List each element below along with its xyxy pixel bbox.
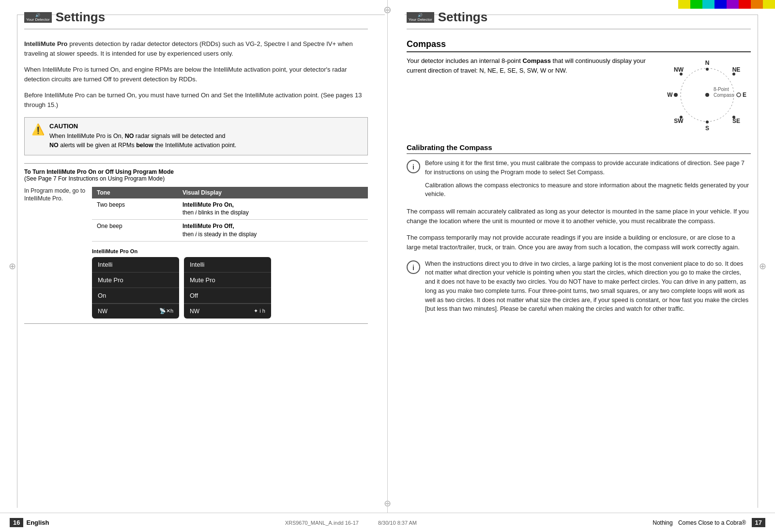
note-icon-2: i <box>407 260 420 314</box>
svg-text:Compass: Compass <box>714 92 734 98</box>
note-box-2: i When the instructions direct you to dr… <box>407 259 751 314</box>
note-content-1: Before using it for the first time, you … <box>425 159 751 199</box>
calibrating-section: Calibrating the Compass i Before using i… <box>407 143 751 314</box>
caution-text: When IntelliMute Pro is On, NO radar sig… <box>49 132 236 150</box>
table-row: One beep IntelliMute Pro Off, then i is … <box>92 220 368 242</box>
tone-one-beep: One beep <box>92 220 178 242</box>
display-row-mutepro-off: Mute Pro <box>184 273 271 288</box>
col-visual: Visual Display <box>178 187 368 198</box>
svg-point-14 <box>706 121 709 123</box>
svg-text:8-Point: 8-Point <box>714 87 729 92</box>
your-detector-label-left: Your Detector <box>26 17 50 22</box>
left-page: 🔊 Your Detector Settings IntelliMute Pro… <box>0 0 387 513</box>
your-detector-badge-left: 🔊 Your Detector <box>24 12 52 23</box>
language-label: English <box>26 519 49 526</box>
display-row-status-off: Off <box>184 288 271 304</box>
svg-point-1 <box>705 93 709 97</box>
intellimute-on-desc: When IntelliMute Pro is turned On, and e… <box>24 65 368 84</box>
footer-bar: 16 English XRS9670_MANL_A.indd 16-17 8/3… <box>0 513 775 532</box>
compass-svg-wrap: N NE E SE S SW W NW <box>664 56 751 134</box>
program-title-main: To Turn IntelliMute Pro On or Off Using … <box>24 168 174 175</box>
intellimute-intro: IntelliMute Pro prevents detection by ra… <box>24 39 368 58</box>
program-title: To Turn IntelliMute Pro On or Off Using … <box>24 168 368 182</box>
icons-on: 📡✕h <box>159 308 173 314</box>
footer-left: 16 English <box>10 518 49 527</box>
detector-icon-right: 🔊 <box>418 13 423 17</box>
svg-text:NW: NW <box>674 66 684 73</box>
compass-content: Your detector includes an internal 8-poi… <box>407 56 751 134</box>
compass-svg: N NE E SE S SW W NW <box>666 56 748 134</box>
svg-text:NE: NE <box>732 66 741 73</box>
program-title-sub: (See Page 7 For Instructions on Using Pr… <box>24 175 165 182</box>
svg-point-13 <box>732 116 735 119</box>
svg-point-16 <box>674 93 678 97</box>
compass-heading: Compass <box>407 39 751 52</box>
note-circle-icon: i <box>407 160 420 173</box>
display-section: IntelliMute Pro On Intelli Mute Pro On N… <box>92 248 368 319</box>
svg-text:i: i <box>412 163 414 171</box>
detector-icon-left: 🔊 <box>35 13 40 17</box>
date-info: 8/30/10 8:37 AM <box>378 520 417 526</box>
svg-text:SE: SE <box>732 118 740 124</box>
svg-point-10 <box>706 68 709 71</box>
display-row-intelli-off: Intelli <box>184 257 271 273</box>
compass-body-1: The compass will remain accurately calib… <box>407 207 751 226</box>
footer-file-info: XRS9670_MANL_A.indd 16-17 8/30/10 8:37 A… <box>285 520 417 526</box>
note-box-1: i Before using it for the first time, yo… <box>407 159 751 199</box>
icons-off: ✦ i h <box>254 308 265 314</box>
note1-para1: Before using it for the first time, you … <box>425 159 751 177</box>
svg-text:E: E <box>743 91 746 98</box>
compass-nw-on: NW <box>98 308 107 315</box>
table-row: Two beeps IntelliMute Pro On, then i bli… <box>92 198 368 220</box>
svg-point-12 <box>737 93 741 97</box>
table-header-row: Tone Visual Display <box>92 187 368 198</box>
note1-para2: Calibration allows the compass electroni… <box>425 181 751 199</box>
note2-para: When the instructions direct you to driv… <box>425 259 751 314</box>
caution-box: ⚠️ CAUTION When IntelliMute Pro is On, N… <box>24 117 368 155</box>
display-off-desc: IntelliMute Pro Off, then i is steady in… <box>178 220 368 242</box>
note-content-2: When the instructions direct you to driv… <box>425 259 751 314</box>
compass-body-2: The compass temporarily may not provide … <box>407 233 751 252</box>
svg-point-11 <box>732 73 735 76</box>
intellimute-prereq: Before IntelliMute Pro can be turned On,… <box>24 91 368 109</box>
left-page-header: 🔊 Your Detector Settings <box>24 10 368 30</box>
caution-content: CAUTION When IntelliMute Pro is On, NO r… <box>49 122 236 150</box>
tagline-text: Comes Close to a Cobra® <box>678 519 746 526</box>
display-on-label: IntelliMute Pro On <box>92 248 368 254</box>
calibrating-heading: Calibrating the Compass <box>407 143 751 154</box>
caution-title: CAUTION <box>49 122 236 130</box>
display-statusbar-off: NW ✦ i h <box>184 304 271 319</box>
program-layout: In Program mode, go to IntelliMute Pro. … <box>24 187 368 319</box>
col-tone: Tone <box>92 187 178 198</box>
left-page-number: 16 <box>10 518 23 527</box>
nothing-text: Nothing <box>653 519 672 526</box>
note-icon-1: i <box>407 160 420 199</box>
right-page-title: Settings <box>438 10 488 25</box>
display-row-mutepro-on: Mute Pro <box>92 273 179 288</box>
compass-section: Compass Your detector includes an intern… <box>407 39 751 134</box>
compass-nw-off: NW <box>190 308 199 315</box>
file-name: XRS9670_MANL_A.indd 16-17 <box>285 520 359 526</box>
right-page: 🔊 Your Detector Settings Compass Your de… <box>387 0 775 513</box>
right-page-number: 17 <box>752 518 765 527</box>
right-page-header: 🔊 Your Detector Settings <box>407 10 751 30</box>
tone-table: Tone Visual Display Two beeps IntelliMut… <box>92 187 368 242</box>
svg-point-15 <box>680 116 683 119</box>
display-statusbar-on: NW 📡✕h <box>92 304 179 319</box>
display-row-status-on: On <box>92 288 179 304</box>
compass-description: Your detector includes an internal 8-poi… <box>407 56 654 134</box>
caution-icon: ⚠️ <box>31 123 45 150</box>
compass-diagram: N NE E SE S SW W NW <box>664 56 751 134</box>
display-off-unit: Intelli Mute Pro Off NW ✦ i h <box>184 257 271 319</box>
left-page-title: Settings <box>56 10 106 25</box>
your-detector-label-right: Your Detector <box>409 17 432 22</box>
svg-text:N: N <box>705 60 710 66</box>
svg-text:S: S <box>705 125 709 132</box>
svg-text:W: W <box>667 91 673 98</box>
display-on-unit: Intelli Mute Pro On NW 📡✕h <box>92 257 179 319</box>
your-detector-badge-right: 🔊 Your Detector <box>407 12 434 23</box>
svg-text:i: i <box>412 264 414 272</box>
program-section: To Turn IntelliMute Pro On or Off Using … <box>24 163 368 324</box>
footer-right: Nothing Comes Close to a Cobra® 17 <box>653 518 765 527</box>
note-circle-icon-2: i <box>407 260 420 274</box>
